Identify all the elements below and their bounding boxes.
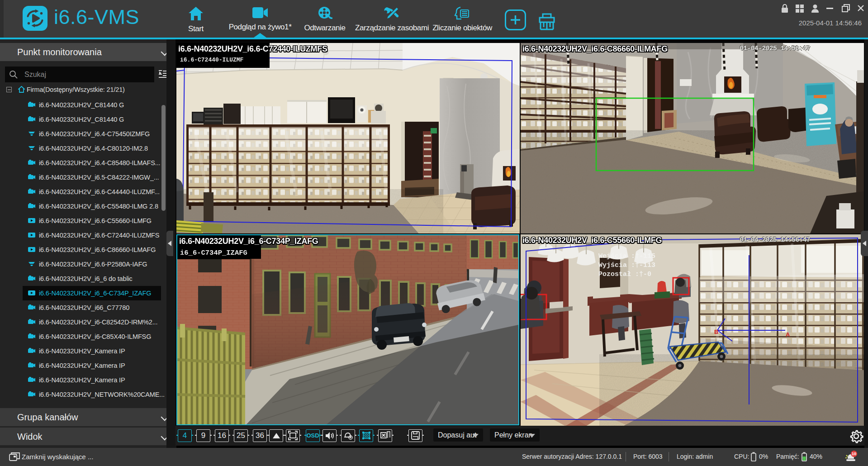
svg-text:10: 10 xyxy=(852,452,856,456)
svg-text:A: A xyxy=(786,331,790,338)
svg-text:Wejścia :†-115: Wejścia :†-115 xyxy=(598,252,655,260)
svg-text:Pozostał :†-0: Pozostał :†-0 xyxy=(598,271,651,278)
svg-text:B: B xyxy=(714,328,718,335)
svg-text:Wyjścia :†-113: Wyjścia :†-113 xyxy=(598,262,655,269)
